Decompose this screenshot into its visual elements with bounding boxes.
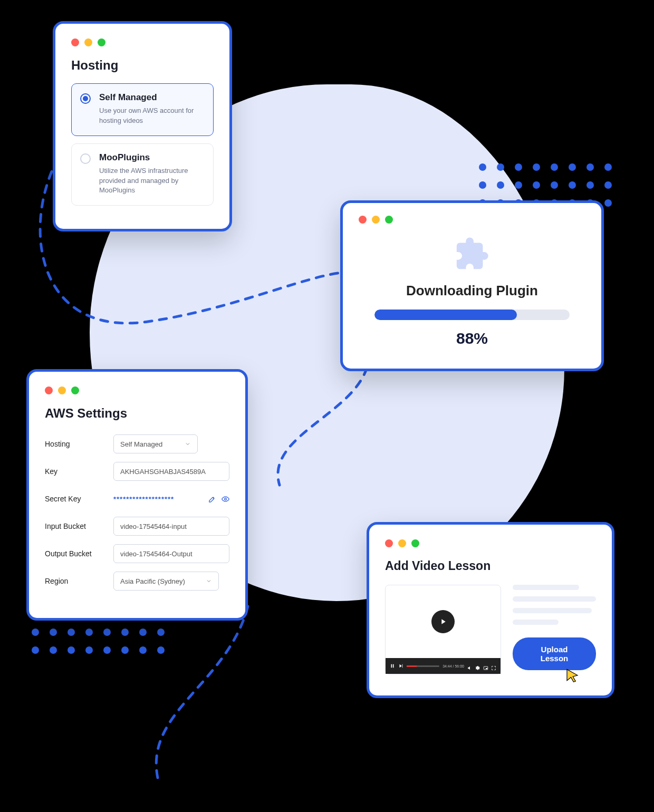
option-desc: Use your own AWS account for hosting vid… [99,106,205,126]
player-time: 34:44 / 56:00 [443,664,464,668]
seek-bar[interactable] [407,665,439,667]
window-traffic-lights [45,386,229,394]
aws-settings-window: AWS Settings Hosting Self Managed Key AK… [26,369,248,621]
progress-bar [374,310,570,320]
output-bucket-field[interactable]: video-17545464-Output [113,544,229,563]
radio-icon [80,93,91,104]
chevron-down-icon [185,441,191,447]
placeholder-line [513,596,596,602]
window-traffic-lights [71,38,214,46]
label-input-bucket: Input Bucket [45,522,113,530]
option-desc: Utilize the AWS infrastructure provided … [99,166,205,196]
eye-icon[interactable] [222,495,229,503]
label-region: Region [45,577,113,585]
cursor-icon [564,668,580,686]
hosting-title: Hosting [71,58,214,73]
input-bucket-field[interactable]: video-17545464-input [113,517,229,536]
mini-player-icon[interactable] [483,663,488,669]
output-bucket-value: video-17545464-Output [120,550,193,558]
video-lesson-window: Add Video Lesson 34:44 / 56:00 [367,522,614,698]
video-title: Add Video Lesson [385,559,596,573]
option-title: MooPlugins [99,152,205,163]
window-traffic-lights [385,539,596,547]
hosting-select-value: Self Managed [120,440,162,448]
edit-icon[interactable] [208,495,216,503]
secret-value: ******************* [113,495,174,503]
pause-icon[interactable] [390,663,395,669]
play-icon[interactable] [431,610,455,633]
video-player[interactable]: 34:44 / 56:00 [385,585,501,674]
hosting-select[interactable]: Self Managed [113,434,198,453]
puzzle-icon [454,235,491,272]
settings-gear-icon[interactable] [475,663,480,669]
player-controls: 34:44 / 56:00 [386,658,501,674]
option-title: Self Managed [99,92,205,103]
svg-point-0 [225,498,227,500]
progress-fill [374,310,517,320]
next-icon[interactable] [398,663,403,669]
hosting-window: Hosting Self Managed Use your own AWS ac… [53,21,232,231]
label-output-bucket: Output Bucket [45,549,113,558]
hosting-option-self-managed[interactable]: Self Managed Use your own AWS account fo… [71,83,214,136]
region-select[interactable]: Asia Pacific (Sydney) [113,572,219,591]
svg-rect-3 [486,668,487,669]
label-key: Key [45,467,113,476]
region-value: Asia Pacific (Sydney) [120,577,185,585]
placeholder-line [513,608,592,613]
key-input[interactable]: AKHGAHSGHABJAS4589A [113,462,229,481]
lesson-meta: Upload Lesson [513,585,596,670]
upload-lesson-button[interactable]: Upload Lesson [513,637,596,670]
chevron-down-icon [206,578,212,584]
label-hosting: Hosting [45,440,113,448]
window-traffic-lights [359,216,585,224]
aws-title: AWS Settings [45,406,229,421]
input-bucket-value: video-17545464-input [120,523,187,530]
placeholder-line [513,620,559,625]
progress-percent: 88% [359,330,585,347]
radio-icon [80,153,91,164]
key-value: AKHGAHSGHABJAS4589A [120,468,206,476]
label-secret: Secret Key [45,495,113,503]
fullscreen-icon[interactable] [491,663,496,669]
download-window: Downloading Plugin 88% [340,200,604,371]
volume-icon[interactable] [467,663,473,669]
hosting-option-mooplugins[interactable]: MooPlugins Utilize the AWS infrastructur… [71,143,214,206]
placeholder-line [513,585,579,590]
download-title: Downloading Plugin [359,283,585,299]
